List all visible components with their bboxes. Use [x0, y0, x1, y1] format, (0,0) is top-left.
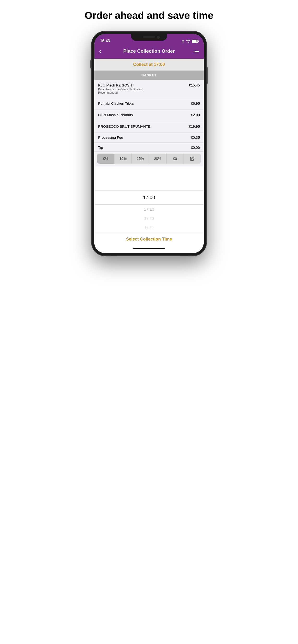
nav-title: Place Collection Order — [107, 48, 191, 54]
status-icons: ⊗︎ — [182, 36, 198, 43]
notch-speaker — [143, 36, 155, 38]
item-info: CG's Masala Peanuts — [98, 113, 188, 118]
tip-btn-0pct[interactable]: 0% — [97, 154, 114, 164]
menu-button[interactable] — [191, 49, 199, 53]
phone-wrapper: 16:43 ⊗︎ ‹ Place Collection Order — [91, 31, 207, 256]
tip-label: Tip — [98, 146, 103, 150]
order-item: Kutti Mirch Ka GOSHT Kala channa rice (b… — [94, 80, 204, 98]
pencil-icon — [190, 156, 194, 161]
item-name: Kutti Mirch Ka GOSHT — [98, 83, 186, 87]
menu-icon-line2 — [195, 51, 199, 52]
basket-label: BASKET — [141, 73, 157, 77]
item-price: €6.95 — [191, 101, 200, 106]
item-name: CG's Masala Peanuts — [98, 113, 188, 117]
tip-price: €0.00 — [191, 146, 200, 150]
collect-time-text: Collect at 17:00 — [133, 62, 165, 67]
wifi-icon: ⊗︎ — [182, 39, 185, 43]
item-price: €15.45 — [189, 83, 200, 87]
nav-bar: ‹ Place Collection Order — [94, 44, 204, 59]
item-sub1: Kala channa rice (black chickpeas ) — [98, 88, 186, 91]
item-info: Kutti Mirch Ka GOSHT Kala channa rice (b… — [98, 83, 186, 94]
time-option-1[interactable]: 17:10 — [94, 204, 204, 214]
phone-screen: 16:43 ⊗︎ ‹ Place Collection Order — [94, 34, 204, 253]
order-items-list: Kutti Mirch Ka GOSHT Kala channa rice (b… — [94, 80, 204, 164]
fee-price: €0.35 — [191, 135, 200, 140]
collect-banner: Collect at 17:00 — [94, 59, 204, 71]
basket-header: BASKET — [94, 71, 204, 80]
item-sub2: Recommended — [98, 91, 186, 94]
svg-point-0 — [188, 42, 189, 43]
time-picker-area: 17:00 17:10 17:20 17:30 Select Collectio… — [94, 166, 204, 246]
select-collection-time-button[interactable]: Select Collection Time — [94, 232, 204, 246]
order-item: PROSECCO BRUT SPUMANTE €19.95 — [94, 121, 204, 132]
order-item: CG's Masala Peanuts €2.00 — [94, 110, 204, 121]
menu-icon-line3 — [194, 53, 199, 53]
battery-icon — [192, 40, 198, 43]
home-indicator — [94, 246, 204, 253]
item-price: €2.00 — [191, 113, 200, 117]
tip-btn-10pct[interactable]: 10% — [114, 154, 132, 164]
status-time: 16:43 — [100, 35, 110, 43]
tip-btn-euro0[interactable]: €0 — [167, 154, 184, 164]
home-bar — [133, 248, 165, 249]
back-button[interactable]: ‹ — [99, 48, 107, 55]
fee-label: Processing Fee — [98, 135, 123, 140]
tip-btn-15pct[interactable]: 15% — [132, 154, 149, 164]
time-picker-spacer — [94, 166, 204, 190]
time-selected[interactable]: 17:00 — [94, 191, 204, 204]
item-name: Punjabi Chicken Tikka — [98, 101, 188, 106]
notch — [131, 34, 167, 41]
tip-btn-20pct[interactable]: 20% — [149, 154, 167, 164]
item-price: €19.95 — [189, 124, 200, 128]
item-info: Punjabi Chicken Tikka — [98, 101, 188, 106]
page-heading: Order ahead and save time — [85, 10, 214, 22]
tip-row: Tip €0.00 — [94, 142, 204, 152]
tip-btn-edit[interactable] — [184, 154, 201, 164]
item-name: PROSECCO BRUT SPUMANTE — [98, 124, 186, 128]
notch-camera — [157, 36, 160, 39]
time-option-2[interactable]: 17:20 — [94, 214, 204, 223]
item-info: PROSECCO BRUT SPUMANTE — [98, 124, 186, 129]
processing-fee-row: Processing Fee €0.35 — [94, 132, 204, 142]
menu-icon-line1 — [194, 50, 199, 50]
time-option-3[interactable]: 17:30 — [94, 223, 204, 232]
tip-buttons-group: 0% 10% 15% 20% €0 — [97, 154, 201, 164]
phone-frame: 16:43 ⊗︎ ‹ Place Collection Order — [91, 31, 207, 256]
wifi-icon-svg — [186, 40, 190, 43]
order-item: Punjabi Chicken Tikka €6.95 — [94, 98, 204, 110]
